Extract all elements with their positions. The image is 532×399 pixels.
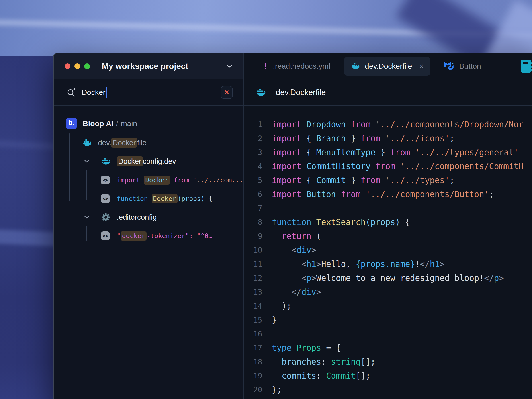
- search-input-value: Docker: [82, 88, 106, 97]
- line-number: 18: [244, 358, 262, 366]
- tree-item-label: .editorconfig: [117, 213, 157, 222]
- match-highlight: docker: [120, 231, 146, 241]
- code-segment: Welcome to a new redesigned bloop!: [316, 273, 484, 283]
- code-segment: </: [484, 273, 494, 283]
- code-segment: import: [272, 162, 306, 171]
- tree-item-snippet[interactable]: <>"docker-tokenizer": "^0…: [54, 227, 243, 245]
- code-line: 4import CommitHistory from '../../compon…: [244, 159, 532, 173]
- code-segment: Commit: [326, 371, 356, 381]
- line-number: 11: [244, 260, 262, 268]
- tab-label: Button: [459, 62, 481, 70]
- code-segment: p: [494, 273, 499, 283]
- code-segment: import: [117, 176, 144, 184]
- code-segment: from: [371, 162, 400, 171]
- code-segment: };: [272, 385, 282, 395]
- code-segment: {: [306, 134, 316, 143]
- code-segment: [272, 273, 301, 283]
- breadcrumb-repo[interactable]: Bloop AI: [83, 119, 114, 128]
- code-line-text: <p>Welcome to a new redesigned bloop!</p…: [272, 273, 504, 283]
- tab-notebook[interactable]: [519, 57, 532, 76]
- code-line: 20};: [244, 383, 532, 397]
- tree-item-iconbox: [101, 158, 112, 165]
- code-segment: type: [272, 343, 296, 353]
- tree-item-snippet[interactable]: <>function Docker(props) {: [54, 189, 243, 208]
- code-segment: '../../icons': [385, 134, 450, 143]
- code-segment: Props: [296, 343, 321, 353]
- code-segment: Dropdown: [306, 120, 346, 129]
- code-segment: >: [316, 287, 321, 297]
- tab-dockerfile[interactable]: dev.Dockerfile×: [344, 57, 431, 76]
- tree-item-snippet[interactable]: <>import Docker from '../../com...: [54, 171, 243, 189]
- close-window-button[interactable]: [65, 63, 70, 69]
- code-line-text: <h1>Hello, {props.name}!</h1>: [272, 259, 445, 269]
- code-segment: <: [301, 259, 306, 269]
- code-segment: import: [272, 134, 306, 143]
- zoom-window-button[interactable]: [84, 63, 90, 69]
- line-number: 9: [244, 232, 262, 241]
- code-segment: h1: [306, 259, 316, 269]
- code-line: 18 branches: string[];: [244, 355, 532, 369]
- tree-item-file[interactable]: .editorconfig: [54, 208, 243, 227]
- tree-item-label: function Docker(props) {: [117, 195, 212, 202]
- code-segment: h1: [430, 259, 440, 269]
- chevron-down-icon[interactable]: [84, 160, 89, 163]
- code-line: 9 return (: [244, 229, 532, 243]
- code-segment: <: [301, 273, 306, 283]
- tab-close-button[interactable]: ×: [419, 62, 424, 70]
- code-line-text: type Props = {: [272, 343, 341, 353]
- code-segment: [272, 259, 301, 269]
- code-segment: dev.: [98, 139, 111, 147]
- code-segment: }: [272, 315, 277, 325]
- code-segment: -tokenizer": "^0…: [146, 232, 212, 240]
- breadcrumb-branch[interactable]: main: [121, 119, 137, 128]
- tree-item-iconbox: <>: [101, 176, 112, 184]
- line-number: 19: [244, 372, 262, 380]
- line-number: 15: [244, 316, 262, 324]
- code-line-text: import CommitHistory from '../../compone…: [272, 162, 524, 171]
- chevron-down-icon[interactable]: [84, 216, 89, 219]
- line-number: 2: [244, 134, 262, 143]
- match-highlight: Docker: [117, 157, 143, 166]
- search-input[interactable]: Docker: [82, 87, 107, 98]
- code-segment: );: [272, 301, 291, 311]
- docker-icon: [82, 139, 91, 147]
- code-line: 12 <p>Welcome to a new redesigned bloop!…: [244, 271, 532, 285]
- line-number: 4: [244, 162, 262, 171]
- clear-search-button[interactable]: ✕: [221, 86, 233, 99]
- code-line-text: }: [272, 315, 277, 325]
- line-number: 17: [244, 344, 262, 352]
- code-segment: '../../components/Button': [366, 190, 489, 199]
- tree-item-file[interactable]: dev.Dockerfile: [54, 133, 243, 152]
- breadcrumb-separator: /: [116, 119, 118, 128]
- code-segment: Hello,: [321, 259, 356, 269]
- line-number: 6: [244, 190, 262, 199]
- tab-readthedocs[interactable]: !.readthedocs.yml: [263, 57, 332, 76]
- tree-chevron: [84, 216, 101, 219]
- code-segment: :: [321, 357, 331, 367]
- workspace-switcher-button[interactable]: [226, 64, 232, 68]
- minimize-window-button[interactable]: [75, 63, 80, 69]
- tree-item-file[interactable]: Dockerconfig.dev: [54, 152, 243, 171]
- code-segment: }: [346, 134, 361, 143]
- code-segment: >: [316, 259, 321, 269]
- docker-icon: [101, 158, 110, 165]
- code-line: 1import Dropdown from '../../components/…: [244, 117, 532, 132]
- app-window: My workspace project !.readthedocs.yml d…: [53, 53, 532, 399]
- line-number: 3: [244, 148, 262, 157]
- chevron-down-icon: [226, 64, 232, 68]
- line-number: 14: [244, 302, 262, 310]
- search-bar[interactable]: Docker ✕: [54, 79, 244, 106]
- line-number: 5: [244, 176, 262, 185]
- code-segment: >: [440, 259, 444, 269]
- code-segment: Branch: [316, 134, 346, 143]
- code-line-text: function TextSearch(props) {: [272, 217, 410, 227]
- code-segment: {: [306, 176, 316, 185]
- code-segment: [272, 371, 282, 381]
- code-line: 2import { Branch } from '../../icons';: [244, 132, 532, 146]
- code-segment: '../../types/general': [415, 148, 519, 157]
- line-number: 12: [244, 274, 262, 282]
- code-segment: ": [117, 232, 120, 240]
- tab-button[interactable]: Button: [443, 57, 482, 76]
- code-segment: ;: [450, 176, 454, 185]
- code-segment: from: [346, 120, 375, 129]
